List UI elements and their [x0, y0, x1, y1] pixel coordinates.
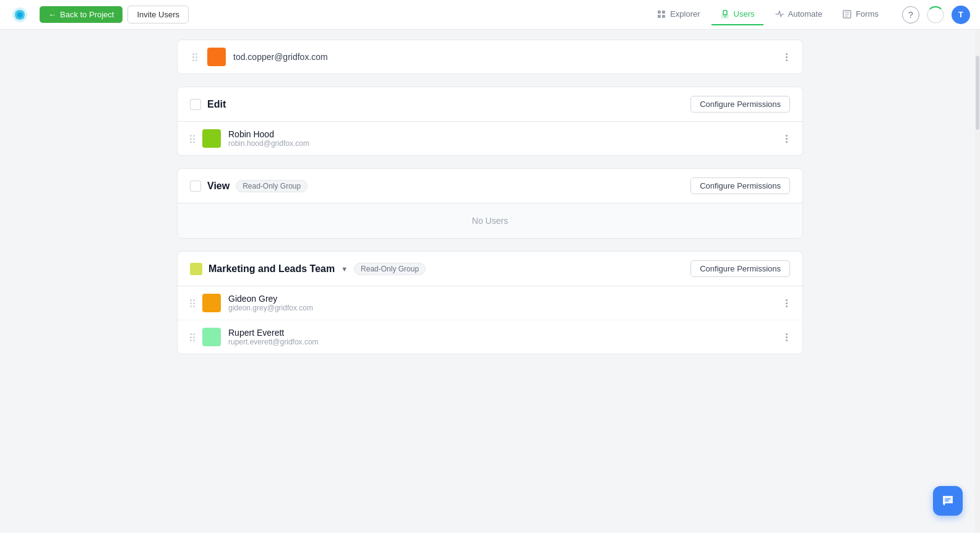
view-checkbox[interactable] — [190, 181, 201, 192]
edit-checkbox[interactable] — [190, 99, 201, 110]
view-section: View Read-Only Group Configure Permissio… — [177, 168, 803, 239]
nav-items: Explorer Users Automate Forms — [648, 4, 887, 25]
chat-button[interactable] — [933, 486, 963, 516]
svg-rect-3 — [662, 15, 665, 18]
user-name: Rupert Everett — [228, 328, 776, 338]
automate-icon — [775, 9, 784, 19]
scrollbar[interactable] — [975, 30, 980, 533]
dropdown-arrow-icon[interactable]: ▼ — [341, 265, 348, 273]
edit-section: Edit Configure Permissions Robin Hood ro… — [177, 87, 803, 156]
drag-handle[interactable] — [190, 333, 195, 341]
main-content: tod.copper@gridfox.com Edit Configure Pe… — [0, 30, 980, 533]
marketing-badge: Read-Only Group — [354, 263, 426, 275]
no-users-label: No Users — [178, 203, 802, 238]
view-section-title: View — [207, 181, 230, 192]
partial-user-menu[interactable] — [783, 51, 790, 64]
user-avatar — [202, 294, 221, 312]
partial-user-avatar — [207, 48, 226, 66]
nav-actions: ? T — [902, 6, 970, 24]
svg-rect-1 — [662, 11, 665, 14]
svg-point-5 — [724, 16, 726, 17]
user-menu-button[interactable] — [783, 297, 790, 310]
drag-handle[interactable] — [190, 299, 195, 307]
view-section-header: View Read-Only Group Configure Permissio… — [178, 169, 802, 203]
help-button[interactable]: ? — [902, 6, 919, 23]
table-row: Robin Hood robin.hood@gridfox.com — [178, 122, 802, 155]
edit-configure-button[interactable]: Configure Permissions — [690, 96, 790, 113]
user-avatar — [202, 129, 221, 148]
marketing-section-icon — [190, 263, 202, 275]
user-email: rupert.everett@gridfox.com — [228, 338, 776, 346]
marketing-section-header: Marketing and Leads Team ▼ Read-Only Gro… — [178, 252, 802, 286]
avatar[interactable]: T — [952, 6, 970, 24]
table-row: Rupert Everett rupert.everett@gridfox.co… — [178, 320, 802, 354]
user-info: Rupert Everett rupert.everett@gridfox.co… — [228, 328, 776, 346]
user-email: gideon.grey@gridfox.com — [228, 304, 776, 312]
view-badge: Read-Only Group — [236, 180, 307, 192]
scrollbar-thumb[interactable] — [976, 56, 979, 130]
content-area: tod.copper@gridfox.com Edit Configure Pe… — [162, 30, 818, 377]
nav-automate[interactable]: Automate — [766, 4, 832, 25]
user-name: Gideon Grey — [228, 294, 776, 304]
users-lock-icon — [720, 9, 730, 19]
forms-icon — [842, 9, 852, 19]
top-nav: Back to Project Invite Users Explorer Us… — [0, 0, 980, 30]
marketing-section: Marketing and Leads Team ▼ Read-Only Gro… — [177, 251, 803, 354]
user-avatar — [202, 328, 221, 346]
partial-user-info: tod.copper@gridfox.com — [233, 52, 776, 62]
edit-section-header: Edit Configure Permissions — [178, 87, 802, 122]
marketing-configure-button[interactable]: Configure Permissions — [690, 260, 790, 277]
back-to-project-button[interactable]: Back to Project — [40, 6, 123, 23]
partial-drag-handle[interactable] — [190, 51, 200, 64]
view-configure-button[interactable]: Configure Permissions — [690, 177, 790, 194]
nav-explorer[interactable]: Explorer — [648, 4, 708, 25]
chat-icon — [940, 493, 955, 508]
partial-user-email: tod.copper@gridfox.com — [233, 52, 776, 62]
table-row: Gideon Grey gideon.grey@gridfox.com — [178, 286, 802, 320]
drag-handle[interactable] — [190, 135, 195, 143]
loading-indicator — [927, 6, 944, 23]
svg-rect-4 — [723, 11, 727, 15]
nav-users[interactable]: Users — [711, 4, 763, 25]
user-name: Robin Hood — [228, 129, 776, 139]
user-info: Robin Hood robin.hood@gridfox.com — [228, 129, 776, 148]
nav-forms[interactable]: Forms — [833, 4, 887, 25]
user-email: robin.hood@gridfox.com — [228, 139, 776, 148]
svg-rect-2 — [658, 15, 661, 18]
svg-rect-0 — [658, 11, 661, 14]
marketing-section-title: Marketing and Leads Team — [208, 263, 335, 275]
explorer-icon — [656, 9, 666, 19]
user-info: Gideon Grey gideon.grey@gridfox.com — [228, 294, 776, 312]
logo — [10, 5, 30, 25]
user-menu-button[interactable] — [783, 132, 790, 145]
partial-user-row: tod.copper@gridfox.com — [177, 40, 803, 74]
user-menu-button[interactable] — [783, 331, 790, 344]
invite-users-button[interactable]: Invite Users — [127, 6, 189, 23]
edit-section-title: Edit — [207, 99, 226, 110]
